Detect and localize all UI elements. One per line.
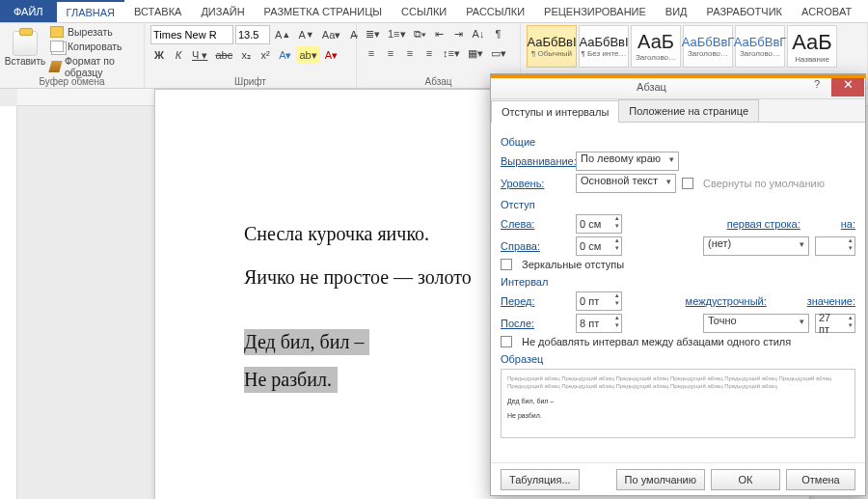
highlight-button[interactable]: ab▾ [296,46,319,64]
tab-insert[interactable]: ВСТАВКА [124,0,191,22]
firstline-by-spin[interactable] [815,236,855,256]
indent-right-spin[interactable]: 0 см [576,236,622,256]
selected-text-line: Дед бил, бил – [244,331,364,352]
group-font: A▲ A▼ Aa▾ A̶ Ж К Ч ▾ abc x₂ x² A▾ ab▾ A▾… [145,23,357,88]
section-preview: Образец [501,353,855,365]
default-button[interactable]: По умолчанию [616,469,705,490]
outline-level-label: Уровень: [501,178,570,189]
bold-button[interactable]: Ж [150,46,168,64]
indent-left-spin[interactable]: 0 см [576,214,622,234]
style-heading3[interactable]: АаБбВвГЗаголово… [735,25,785,68]
line-spacing-value-spin[interactable]: 27 пт [815,314,855,333]
group-clipboard-label: Буфер обмена [0,76,144,87]
tab-design[interactable]: ДИЗАЙН [191,0,254,22]
line-spacing-value-label: значение: [807,295,855,307]
tab-indents[interactable]: Отступы и интервалы [491,100,619,123]
space-after-label: После: [501,318,570,329]
outline-level-combo[interactable]: Основной текст [576,174,676,193]
format-painter-label: Формат по образцу [65,55,136,78]
style-h1-label: Заголово… [636,53,676,62]
change-case-button[interactable]: Aa▾ [319,26,343,43]
indent-inc-button[interactable]: ⇥ [450,25,468,42]
tabs-button[interactable]: Табуляция... [501,469,580,490]
space-before-spin[interactable]: 0 пт [576,291,622,311]
section-general: Общие [501,136,855,148]
style-heading1[interactable]: АаБЗаголово… [631,25,681,68]
tab-review[interactable]: РЕЦЕНЗИРОВАНИЕ [534,0,656,22]
ok-button[interactable]: ОК [711,469,780,490]
selected-text[interactable]: Не разбил. [244,367,338,393]
collapse-checkbox[interactable] [682,178,693,189]
dialog-titlebar[interactable]: Абзац ? ✕ [491,74,865,99]
paste-button[interactable]: Вставить [6,25,44,71]
line-spacing-button[interactable]: ↕≡▾ [440,44,463,62]
font-color-button[interactable]: A▾ [322,46,340,64]
numbering-button[interactable]: 1≡▾ [385,25,409,42]
subscript-button[interactable]: x₂ [237,46,255,64]
tab-layout[interactable]: РАЗМЕТКА СТРАНИЦЫ [255,0,392,22]
grow-font-button[interactable]: A▲ [272,26,293,43]
underline-button[interactable]: Ч ▾ [189,46,210,64]
mirror-indents-checkbox[interactable] [501,259,512,270]
scissors-icon [50,26,64,38]
shrink-font-button[interactable]: A▼ [295,26,316,43]
tab-acrobat[interactable]: ACROBAT [792,0,861,22]
multilevel-button[interactable]: ⧉▾ [411,25,429,42]
align-left-button[interactable]: ≡ [363,44,380,62]
line-spacing-combo[interactable]: Точно [703,314,809,333]
text-effects-button[interactable]: A▾ [276,46,294,64]
selected-text[interactable]: Дед бил, бил – [244,329,369,355]
alignment-combo[interactable]: По левому краю [576,152,679,171]
style-title-sample: АаБ [792,30,832,55]
tab-file[interactable]: ФАЙЛ [0,0,57,22]
font-name-combo[interactable] [150,25,233,44]
section-indent: Отступ [501,199,855,210]
help-button[interactable]: ? [806,78,827,96]
copy-button[interactable]: Копировать [48,40,138,53]
style-h2-label: Заголово… [688,49,728,58]
cancel-button[interactable]: Отмена [786,469,855,490]
tab-pagination[interactable]: Положение на странице [618,99,759,122]
align-right-button[interactable]: ≡ [401,44,419,62]
tab-developer[interactable]: РАЗРАБОТЧИК [697,0,792,22]
copy-icon [50,41,64,52]
brush-icon [48,61,62,72]
align-center-button[interactable]: ≡ [382,44,399,62]
collapse-label: Свернуты по умолчанию [703,178,825,189]
style-h2-sample: АаБбВвГ [682,35,735,49]
tab-mailings[interactable]: РАССЫЛКИ [456,0,534,22]
style-nospacing[interactable]: АаБбВвІ¶ Без инте… [579,25,629,68]
sort-button[interactable]: A↓ [470,25,488,42]
tab-references[interactable]: ССЫЛКИ [392,0,456,22]
preview-box: Предыдущий абзац Предыдущий абзац Предыд… [501,369,855,438]
bullets-button[interactable]: ≣▾ [363,25,383,42]
shading-button[interactable]: ▦▾ [465,44,486,62]
strike-button[interactable]: abc [212,46,235,64]
ruler-vertical[interactable] [0,106,17,499]
style-normal-label: ¶ Обычный [531,49,572,58]
style-normal[interactable]: АаБбВвІ¶ Обычный [527,25,577,68]
style-nospacing-label: ¶ Без инте… [582,49,627,58]
superscript-button[interactable]: x² [257,46,274,64]
italic-button[interactable]: К [170,46,187,64]
show-marks-button[interactable]: ¶ [489,25,506,42]
ribbon-tabstrip: ФАЙЛ ГЛАВНАЯ ВСТАВКА ДИЗАЙН РАЗМЕТКА СТР… [0,0,868,23]
no-space-same-style-checkbox[interactable] [501,336,512,347]
style-heading2[interactable]: АаБбВвГЗаголово… [683,25,733,68]
cut-label: Вырезать [68,26,113,38]
paragraph-dialog: Абзац ? ✕ Отступы и интервалы Положение … [490,73,866,496]
tab-home[interactable]: ГЛАВНАЯ [57,0,124,22]
borders-button[interactable]: ▭▾ [488,44,509,62]
font-size-combo[interactable] [235,25,270,44]
alignment-label: Выравнивание: [501,155,570,167]
by-label: на: [841,218,855,230]
indent-dec-button[interactable]: ⇤ [431,25,448,42]
justify-button[interactable]: ≡ [420,44,438,62]
style-title[interactable]: АаБНазвание [787,25,837,68]
firstline-combo[interactable]: (нет) [703,236,809,256]
mirror-indents-label: Зеркальные отступы [522,259,624,270]
space-after-spin[interactable]: 8 пт [576,314,622,333]
tab-view[interactable]: ВИД [656,0,697,22]
cut-button[interactable]: Вырезать [48,25,138,39]
group-clipboard: Вставить Вырезать Копировать Формат по о… [0,23,145,88]
